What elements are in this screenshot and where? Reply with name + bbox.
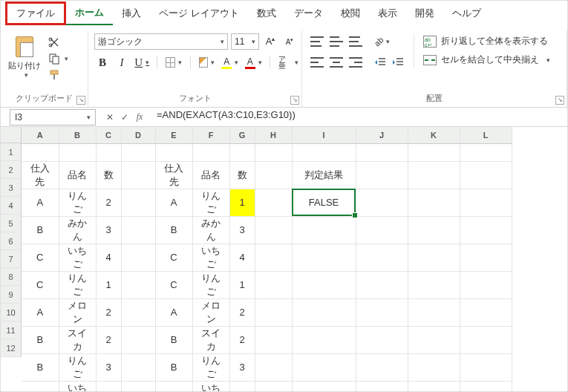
- grid[interactable]: ABCDEFGHIJKL 仕入先品名数仕入先品名数判定結果Aりんご2Aりんご1F…: [22, 127, 512, 392]
- row-header[interactable]: 12: [1, 339, 22, 357]
- column-header[interactable]: G: [229, 127, 255, 143]
- row-header[interactable]: 7: [1, 250, 22, 268]
- cell[interactable]: 3: [229, 353, 255, 381]
- alignment-dialog-launcher[interactable]: ↘: [555, 96, 564, 105]
- cell[interactable]: 3: [96, 353, 121, 381]
- cell[interactable]: [408, 244, 460, 271]
- cell[interactable]: [292, 298, 356, 326]
- fill-color-button[interactable]: ▾: [197, 54, 217, 71]
- cell[interactable]: 仕入先: [155, 161, 192, 189]
- cell[interactable]: 3: [96, 216, 121, 244]
- cell[interactable]: [408, 216, 460, 244]
- cell[interactable]: [255, 326, 292, 353]
- cell[interactable]: 数: [96, 161, 121, 189]
- cell[interactable]: [255, 298, 292, 326]
- merge-center-button[interactable]: セルを結合して中央揃え ▾: [420, 52, 553, 68]
- tab-view[interactable]: 表示: [369, 2, 406, 24]
- cell[interactable]: 2: [229, 298, 255, 326]
- increase-indent-button[interactable]: [390, 54, 406, 71]
- copy-button[interactable]: ▾: [48, 53, 68, 65]
- cell[interactable]: [292, 353, 356, 381]
- font-size-select[interactable]: 11 ▾: [231, 33, 259, 50]
- formula-input[interactable]: =AND(EXACT(A3:C10,E3:G10)): [151, 109, 567, 125]
- decrease-indent-button[interactable]: [372, 54, 388, 71]
- cell[interactable]: 品名: [59, 161, 96, 189]
- cell[interactable]: B: [155, 326, 192, 353]
- cell[interactable]: C: [155, 271, 192, 298]
- cell[interactable]: りんご: [59, 271, 96, 298]
- column-header[interactable]: C: [96, 127, 121, 143]
- cell[interactable]: [460, 326, 512, 353]
- cell[interactable]: 2: [96, 326, 121, 353]
- cell[interactable]: [292, 271, 356, 298]
- cell[interactable]: 8: [229, 381, 255, 392]
- cancel-formula-button[interactable]: ✕: [103, 112, 117, 122]
- cell[interactable]: みかん: [59, 216, 96, 244]
- tab-file[interactable]: ファイル: [5, 1, 66, 25]
- cell[interactable]: 数: [229, 161, 255, 189]
- cell[interactable]: りんご: [192, 271, 229, 298]
- tab-formulas[interactable]: 数式: [248, 2, 285, 24]
- row-header[interactable]: 6: [1, 232, 22, 250]
- cell[interactable]: 2: [229, 326, 255, 353]
- select-all-corner[interactable]: [1, 127, 22, 143]
- cell[interactable]: 1: [229, 271, 255, 298]
- cell[interactable]: [22, 143, 59, 161]
- format-painter-button[interactable]: [48, 69, 68, 81]
- row-header[interactable]: 5: [1, 215, 22, 232]
- row-header[interactable]: 2: [1, 161, 22, 179]
- cell[interactable]: [408, 381, 460, 392]
- cell[interactable]: りんご: [192, 189, 229, 216]
- cell[interactable]: 2: [96, 189, 121, 216]
- cell[interactable]: [121, 271, 155, 298]
- cell[interactable]: C: [22, 244, 59, 271]
- cell[interactable]: [460, 216, 512, 244]
- cell[interactable]: [356, 143, 408, 161]
- tab-developer[interactable]: 開発: [406, 2, 443, 24]
- accept-formula-button[interactable]: ✓: [118, 112, 131, 122]
- cell[interactable]: 1: [229, 189, 255, 216]
- align-middle-button[interactable]: [327, 33, 345, 50]
- underline-button[interactable]: U▾: [133, 54, 151, 71]
- tab-help[interactable]: ヘルプ: [443, 2, 490, 24]
- cell[interactable]: [59, 143, 96, 161]
- cell[interactable]: [255, 189, 292, 216]
- cell[interactable]: A: [22, 298, 59, 326]
- cell[interactable]: [255, 271, 292, 298]
- cell[interactable]: [356, 381, 408, 392]
- cell[interactable]: [408, 326, 460, 353]
- cell[interactable]: 1: [96, 271, 121, 298]
- name-box[interactable]: I3 ▾: [10, 109, 96, 125]
- cell[interactable]: みかん: [192, 216, 229, 244]
- highlight-color-button[interactable]: A▾: [220, 54, 240, 71]
- row-header[interactable]: 11: [1, 321, 22, 339]
- column-header[interactable]: E: [155, 127, 192, 143]
- cell[interactable]: [292, 381, 356, 392]
- cell[interactable]: 3: [229, 216, 255, 244]
- row-header[interactable]: 4: [1, 197, 22, 215]
- cell[interactable]: [356, 326, 408, 353]
- cell[interactable]: [255, 143, 292, 161]
- cell[interactable]: A: [155, 189, 192, 216]
- cell[interactable]: [460, 161, 512, 189]
- cell[interactable]: A: [155, 381, 192, 392]
- bold-button[interactable]: B: [94, 54, 111, 71]
- cell[interactable]: [255, 381, 292, 392]
- tab-data[interactable]: データ: [285, 2, 332, 24]
- cell[interactable]: [192, 143, 229, 161]
- cell[interactable]: 8: [96, 381, 121, 392]
- cell[interactable]: [255, 161, 292, 189]
- cell[interactable]: [121, 143, 155, 161]
- column-header[interactable]: B: [59, 127, 96, 143]
- paste-button[interactable]: 貼り付け ▾: [7, 33, 42, 82]
- cell[interactable]: いちご: [192, 381, 229, 392]
- cut-button[interactable]: [48, 36, 68, 48]
- row-header[interactable]: 10: [1, 304, 22, 321]
- cell[interactable]: [255, 216, 292, 244]
- cell[interactable]: 4: [96, 244, 121, 271]
- tab-home[interactable]: ホーム: [66, 1, 113, 25]
- tab-page-layout[interactable]: ページ レイアウト: [150, 2, 248, 24]
- cell[interactable]: [121, 244, 155, 271]
- align-bottom-button[interactable]: [347, 33, 365, 50]
- cell[interactable]: B: [155, 216, 192, 244]
